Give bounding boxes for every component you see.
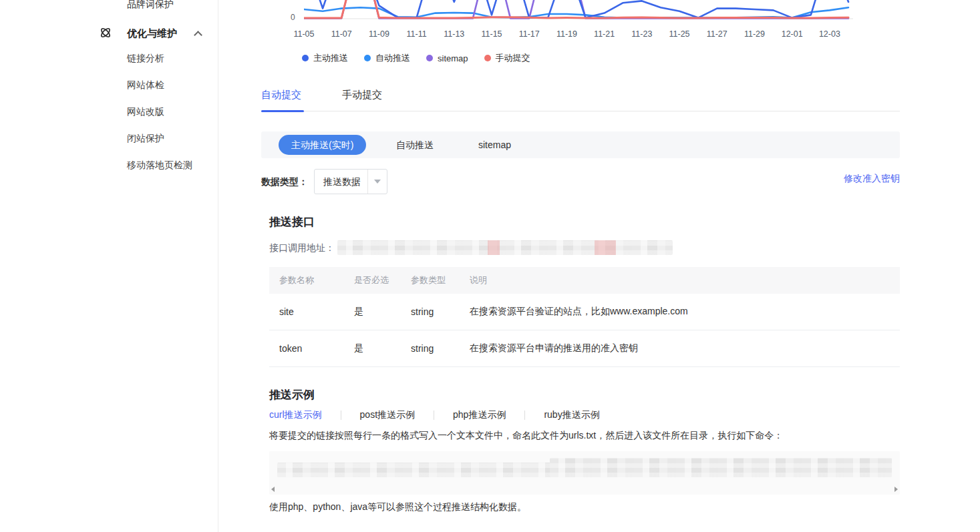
- legend-item[interactable]: 主动推送: [302, 52, 348, 64]
- scroll-left-arrow-icon[interactable]: [271, 487, 275, 492]
- tab-curl-example[interactable]: curl推送示例: [269, 409, 322, 421]
- x-tick-label: 11-11: [401, 29, 432, 39]
- legend-dot-icon: [426, 55, 433, 61]
- x-tick-label: 12-03: [814, 29, 845, 39]
- sidebar-item-mobile-landing[interactable]: 移动落地页检测: [127, 160, 192, 172]
- submission-tabs: 自动提交 手动提交: [261, 86, 900, 111]
- x-tick-label: 11-17: [514, 29, 544, 39]
- parameter-table-header: 参数名称 是否必选 参数类型 说明: [269, 267, 900, 294]
- redaction-pink-patch: [595, 240, 616, 255]
- legend-label: 自动推送: [375, 52, 410, 64]
- param-name: token: [269, 343, 344, 354]
- y-axis-zero-label: 0: [291, 13, 295, 22]
- legend-item[interactable]: 手动提交: [484, 52, 530, 64]
- col-required: 是否必选: [344, 274, 401, 286]
- tab-php-example[interactable]: php推送示例: [453, 409, 506, 421]
- x-tick-label: 11-25: [664, 29, 695, 39]
- x-tick-label: 11-19: [551, 29, 582, 39]
- x-tick-label: 11-09: [363, 29, 394, 39]
- table-row: site 是 string 在搜索资源平台验证的站点，比如www.example…: [269, 294, 900, 330]
- submission-trend-chart: [304, 0, 853, 19]
- x-tick-label: 11-21: [589, 29, 620, 39]
- x-tick-label: 12-01: [777, 29, 808, 39]
- active-tab-underline: [261, 110, 304, 112]
- chart-legend: 主动推送自动推送sitemap手动提交: [302, 52, 530, 64]
- scroll-right-arrow-icon[interactable]: [894, 487, 898, 492]
- legend-label: 主动推送: [313, 52, 348, 64]
- x-tick-label: 11-27: [701, 29, 732, 39]
- data-type-label: 数据类型：: [261, 176, 308, 188]
- sidebar-item-site-revamp[interactable]: 网站改版: [127, 106, 164, 118]
- x-tick-label: 11-05: [289, 29, 319, 39]
- description: 在搜索资源平台验证的站点，比如www.example.com: [460, 306, 900, 318]
- param-type: string: [401, 306, 460, 317]
- chart-x-axis: 11-0511-0711-0911-1111-1311-1511-1711-19…: [0, 29, 980, 41]
- sidebar: 品牌词保护 优化与维护 链接分析 网站体检 网站改版 闭站保护 移动落地页检测: [0, 0, 218, 532]
- legend-label: sitemap: [438, 53, 468, 63]
- x-tick-label: 11-23: [627, 29, 657, 39]
- col-description: 说明: [460, 274, 900, 286]
- caret-down-icon: [374, 180, 381, 184]
- param-type: string: [401, 343, 460, 354]
- required: 是: [344, 342, 401, 354]
- sidebar-item-site-closure[interactable]: 闭站保护: [127, 133, 164, 145]
- redacted-code: [550, 458, 892, 477]
- required: 是: [344, 306, 401, 318]
- push-example-title: 推送示例: [269, 387, 315, 403]
- legend-dot-icon: [484, 55, 491, 61]
- tab-separator: [524, 411, 525, 420]
- push-api-title: 推送接口: [269, 214, 315, 230]
- x-tick-label: 11-13: [439, 29, 470, 39]
- legend-item[interactable]: sitemap: [426, 53, 468, 63]
- tab-post-example[interactable]: post推送示例: [360, 409, 415, 421]
- x-tick-label: 11-07: [326, 29, 357, 39]
- table-row: token 是 string 在搜索资源平台申请的推送用的准入密钥: [269, 330, 900, 367]
- select-caret-zone[interactable]: [367, 170, 387, 194]
- subtab-sitemap[interactable]: sitemap: [478, 131, 511, 158]
- x-tick-label: 11-15: [476, 29, 507, 39]
- tab-manual-submit[interactable]: 手动提交: [342, 89, 382, 101]
- tab-ruby-example[interactable]: ruby推送示例: [544, 409, 599, 421]
- x-tick-label: 11-29: [739, 29, 770, 39]
- legend-dot-icon: [302, 55, 309, 61]
- description: 在搜索资源平台申请的推送用的准入密钥: [460, 342, 900, 354]
- example-description: 将要提交的链接按照每行一条的格式写入一个文本文件中，命名此文件为urls.txt…: [269, 430, 783, 442]
- tab-separator: [341, 411, 341, 420]
- tab-auto-submit[interactable]: 自动提交: [261, 89, 301, 101]
- legend-item[interactable]: 自动推送: [364, 52, 410, 64]
- data-type-selected-value: 推送数据: [323, 176, 361, 188]
- redacted-api-url: [337, 240, 673, 255]
- data-type-select[interactable]: 推送数据: [314, 169, 387, 194]
- col-param-type: 参数类型: [401, 274, 460, 286]
- legend-dot-icon: [364, 55, 371, 61]
- horizontal-scrollbar[interactable]: [269, 485, 900, 493]
- example-footer-note: 使用php、python、java等可以参照这个过程推送结构化数据。: [269, 501, 526, 513]
- sidebar-item-brand-protection[interactable]: 品牌词保护: [127, 0, 174, 11]
- redaction-pink-patch: [488, 240, 500, 255]
- subtab-active-push-realtime[interactable]: 主动推送(实时): [279, 135, 366, 155]
- legend-label: 手动提交: [496, 52, 530, 64]
- sidebar-item-site-checkup[interactable]: 网站体检: [127, 79, 164, 91]
- push-type-subtabs: 主动推送(实时) 自动推送 sitemap: [261, 131, 900, 158]
- sidebar-item-link-analysis[interactable]: 链接分析: [127, 53, 164, 65]
- tab-separator: [434, 411, 434, 420]
- col-param-name: 参数名称: [269, 274, 344, 286]
- modify-access-key-link[interactable]: 修改准入密钥: [844, 173, 900, 185]
- example-code-block: [269, 451, 900, 495]
- param-name: site: [269, 306, 344, 317]
- parameter-table: 参数名称 是否必选 参数类型 说明 site 是 string 在搜索资源平台验…: [269, 267, 900, 367]
- subtab-auto-push[interactable]: 自动推送: [396, 131, 434, 158]
- example-language-tabs: curl推送示例 post推送示例 php推送示例 ruby推送示例: [269, 409, 600, 422]
- api-address-label: 接口调用地址：: [269, 242, 335, 254]
